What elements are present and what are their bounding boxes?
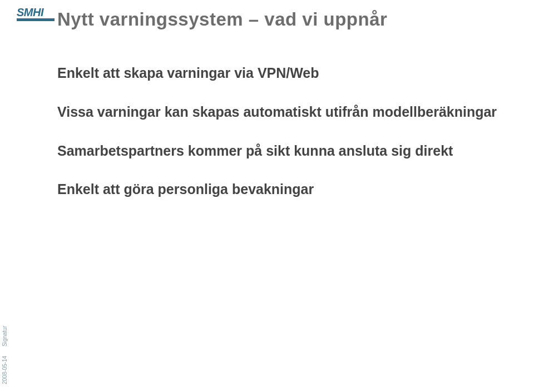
bullet-item: Vissa varningar kan skapas automatiskt u… xyxy=(57,103,501,122)
content-area: Enkelt att skapa varningar via VPN/Web V… xyxy=(57,64,501,219)
bullet-item: Samarbetspartners kommer på sikt kunna a… xyxy=(57,142,501,161)
smhi-logo: SMHI xyxy=(17,7,55,19)
bullet-item: Enkelt att göra personliga bevakningar xyxy=(57,180,501,199)
footer-signatur: Signatur xyxy=(2,326,8,346)
page-title: Nytt varningssystem – vad vi uppnår xyxy=(57,9,387,30)
footer-side-text: 2008-05-14 Signatur xyxy=(2,326,8,384)
logo-text: SMHI xyxy=(17,7,55,18)
bullet-item: Enkelt att skapa varningar via VPN/Web xyxy=(57,64,501,83)
footer-date: 2008-05-14 xyxy=(2,356,8,384)
logo-underline xyxy=(17,18,55,21)
